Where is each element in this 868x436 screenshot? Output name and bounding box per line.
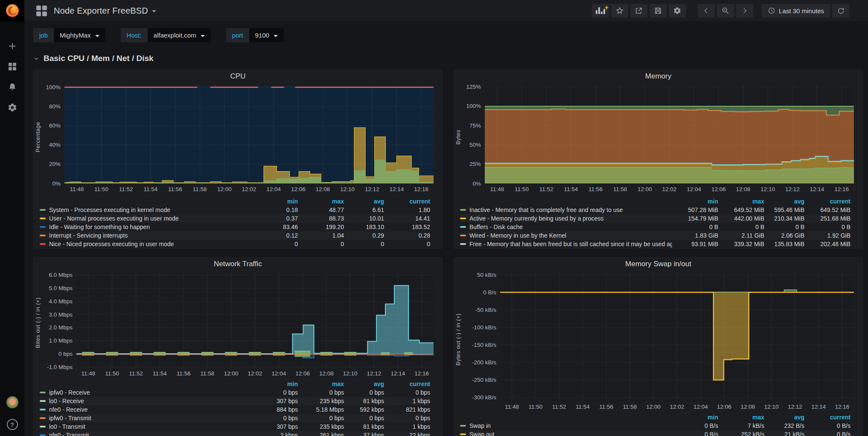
panel-title-cpu[interactable]: CPU [34,70,442,83]
alerting-bell-icon[interactable] [7,81,18,93]
topbar: Node Exporter FreeBSD + [24,0,868,21]
cpu-chart[interactable]: 0%20%40%60%80%100%11:4811:5011:5211:5411… [37,82,440,195]
legend-header-min[interactable]: min [252,198,298,205]
legend-value-current: 1.92 GiB [804,232,851,239]
series-color-swatch [460,226,466,228]
x-tick-label: 12:08 [319,370,334,377]
legend-value-max: 252 kB/s [718,431,764,436]
y-tick-label: -50 kB/s [475,307,496,313]
legend-header-avg[interactable]: avg [764,414,804,421]
configuration-gear-icon[interactable] [7,102,18,113]
legend-header-max[interactable]: max [718,198,764,205]
user-avatar[interactable] [6,396,19,409]
swap-chart[interactable]: 50 kB/s0 B/s-50 kB/s-100 kB/s-150 kB/s-2… [457,270,860,413]
legend-series-name[interactable]: ipfw0 - Receive [40,389,252,396]
legend-series-name[interactable]: Swap out [460,431,672,436]
panel-cpu: CPUPercentage0%20%40%60%80%100%11:4811:5… [33,70,443,249]
legend-series-name[interactable]: nfe0 - Receive [40,406,252,413]
legend-header-max[interactable]: max [718,414,764,421]
legend-value-max: 261 kbps [298,432,344,436]
legend-series-name[interactable]: Interrupt - Servicing interrupts [40,232,252,239]
legend-header-current[interactable]: current [804,414,851,421]
add-panel-button[interactable]: + [592,4,609,17]
legend-header-current[interactable]: current [384,198,430,205]
grafana-logo-icon [5,3,20,18]
legend-value-min: 93.91 MiB [672,241,718,247]
row-basic-cpu-mem-net-disk[interactable]: Basic CPU / Mem / Net / Disk [33,54,154,63]
legend-header-current[interactable]: current [804,198,851,205]
dashboard-settings-button[interactable] [669,4,686,17]
legend-value-min: 0.18 [252,206,298,213]
x-tick-label: 12:04 [271,370,286,377]
y-tick-label: 40% [49,142,61,148]
time-back-button[interactable] [698,4,715,17]
series-label: Interrupt - Servicing interrupts [49,232,128,239]
time-forward-button[interactable] [736,4,753,17]
legend-header-avg[interactable]: avg [764,198,804,205]
dashboards-icon[interactable] [7,61,18,72]
legend-header-max[interactable]: max [298,381,344,387]
legend-header-avg[interactable]: avg [344,381,384,387]
host-variable-dropdown[interactable]: Host: alfaexploit.com [121,28,211,42]
legend-header-min[interactable]: min [672,198,718,205]
legend-value-max: 5.18 Mbps [298,406,344,413]
series-label: Wired - Memory in use by the Kernel [469,232,566,239]
series-label: Free - Memory that has been freed but is… [469,241,672,247]
legend-series-name[interactable]: nfe0 - Transmit [40,432,252,436]
help-icon[interactable]: ? [7,419,18,430]
series-label: lo0 - Transmit [49,423,85,430]
y-tick-label: 1.0 Mbps [49,337,73,344]
share-button[interactable] [630,4,647,17]
y-tick-label: 25% [469,161,481,167]
legend-series-name[interactable]: Idle - Waiting for something to happen [40,224,252,230]
legend-series-name[interactable]: Buffers - Disk cache [460,224,672,230]
save-button[interactable] [650,4,667,17]
legend-series-name[interactable]: System - Processes executing in kernel m… [40,206,252,213]
x-tick-label: 11:54 [564,186,578,192]
legend-row: Nice - Niced processes executing in user… [40,240,430,248]
job-variable-dropdown[interactable]: job MightyMax [33,28,105,42]
legend-header-current[interactable]: current [384,381,430,387]
series-color-swatch [40,426,46,427]
zoom-out-button[interactable] [717,4,734,17]
legend-value-max: 649.52 MiB [718,206,764,213]
star-button[interactable] [611,4,628,17]
y-tick-label: 75% [469,122,481,129]
dashboard-title[interactable]: Node Exporter FreeBSD [54,6,156,16]
legend-value-max: 1.04 [298,232,344,239]
time-range-picker[interactable]: Last 30 minutes [762,4,830,17]
legend-series-name[interactable]: lo0 - Transmit [40,423,252,430]
legend-series-name[interactable]: User - Normal processes executing in use… [40,215,252,222]
legend-value-min: 154.79 MiB [672,215,718,222]
panel-title-swap[interactable]: Memory Swap in/out [454,258,862,270]
legend-swap: minmaxavgcurrentSwap in0 B/s7 kB/s232 B/… [460,413,851,436]
legend-series-name[interactable]: Free - Memory that has been freed but is… [460,241,672,247]
legend-series-name[interactable]: lo0 - Receive [40,398,252,404]
legend-header-max[interactable]: max [298,198,344,205]
x-tick-label: 12:10 [764,404,779,410]
legend-value-avg: 210.34 MiB [764,215,804,222]
time-range-label: Last 30 minutes [779,7,824,15]
series-label: nfe0 - Transmit [49,432,89,436]
legend-header-min[interactable]: min [672,414,718,421]
grafana-logo[interactable] [0,0,24,21]
network-chart[interactable]: 6.0 Mbps5.0 Mbps4.0 Mbps3.0 Mbps2.0 Mbps… [37,270,440,380]
series-label: Inactive - Memory that is completely fre… [469,206,623,213]
x-tick-label: 12:02 [662,186,677,192]
legend-series-name[interactable]: ipfw0 - Transmit [40,415,252,421]
legend-series-name[interactable]: Active - Memory currently being used by … [460,215,672,222]
legend-series-name[interactable]: Swap in [460,422,672,429]
legend-series-name[interactable]: Inactive - Memory that is completely fre… [460,206,672,213]
legend-series-name[interactable]: Nice - Niced processes executing in user… [40,241,252,247]
panel-title-network[interactable]: Network Traffic [34,258,442,270]
panel-title-memory[interactable]: Memory [454,70,862,83]
legend-series-name[interactable]: Wired - Memory in use by the Kernel [460,232,672,239]
legend-header-avg[interactable]: avg [344,198,384,205]
y-tick-label: -1.0 Mbps [47,364,73,370]
refresh-icon [837,7,845,15]
create-plus-icon[interactable] [7,41,18,52]
memory-chart[interactable]: 0%25%50%75%100%125%11:4811:5011:5211:541… [457,82,860,195]
legend-header-min[interactable]: min [252,381,298,387]
port-variable-dropdown[interactable]: port 9100 [226,28,284,42]
refresh-button[interactable] [832,4,849,17]
